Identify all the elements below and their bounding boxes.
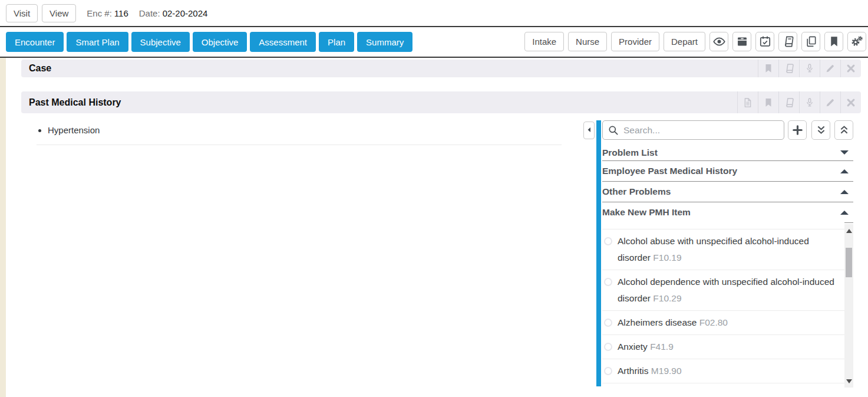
pencil-icon[interactable] <box>820 91 840 113</box>
caret-down-icon <box>840 150 849 155</box>
pmh-section-actions <box>737 91 861 113</box>
scroll-down-arrow-icon[interactable] <box>844 377 853 385</box>
calendar-button[interactable] <box>755 32 774 51</box>
add-problem-button[interactable] <box>788 120 807 140</box>
scrollbar-thumb[interactable] <box>846 248 852 277</box>
pmh-title: Past Medical History <box>21 97 121 108</box>
tab-plan[interactable]: Plan <box>319 32 354 52</box>
option-code: F02.80 <box>699 317 728 327</box>
settings-button[interactable] <box>847 32 866 51</box>
caret-up-icon <box>840 211 849 215</box>
microphone-icon[interactable] <box>799 91 820 113</box>
caret-up-icon <box>840 169 849 173</box>
radio-icon[interactable] <box>604 367 612 375</box>
case-section-header: Case <box>21 60 861 77</box>
view-button[interactable]: View <box>42 4 76 22</box>
panel-divider-bar[interactable] <box>596 120 601 386</box>
case-section-actions <box>758 60 861 77</box>
radio-icon[interactable] <box>604 237 612 245</box>
list-item-anxiety[interactable]: Anxiety F41.9 <box>602 335 844 359</box>
pmh-section-header: Past Medical History <box>21 91 861 113</box>
option-code: M19.90 <box>651 366 682 376</box>
pmh-entry-hypertension[interactable]: Hypertension <box>48 124 562 136</box>
option-name: Alcohol abuse with unspecified alcohol-i… <box>618 236 809 263</box>
date-label: Date: <box>139 8 160 18</box>
toolbar: Encounter Smart Plan Subjective Objectiv… <box>0 27 868 58</box>
double-chevron-up-icon <box>839 124 850 136</box>
section-tabs: Encounter Smart Plan Subjective Objectiv… <box>6 32 412 52</box>
main-area: Case Past Medical History <box>0 58 868 397</box>
radio-icon[interactable] <box>604 319 612 327</box>
double-chevron-down-icon <box>816 124 827 136</box>
tab-smart-plan[interactable]: Smart Plan <box>67 32 128 52</box>
archive-box-icon <box>736 35 748 48</box>
nurse-button[interactable]: Nurse <box>568 32 607 51</box>
pmh-item-list: Hypertension <box>37 124 562 145</box>
tab-encounter[interactable]: Encounter <box>6 32 64 52</box>
bookmark-button[interactable] <box>824 32 843 51</box>
tab-objective[interactable]: Objective <box>193 32 247 52</box>
list-item-arthritis[interactable]: Arthritis M19.90 <box>602 359 844 383</box>
visit-button[interactable]: Visit <box>6 4 38 22</box>
list-item-alcohol-abuse[interactable]: Alcohol abuse with unspecified alcohol-i… <box>602 229 844 270</box>
tab-assessment[interactable]: Assessment <box>250 32 316 52</box>
enc-value: 116 <box>114 8 128 18</box>
bookmark-icon <box>828 35 840 48</box>
option-code: F10.29 <box>653 293 681 303</box>
panel-search <box>602 120 784 140</box>
intake-button[interactable]: Intake <box>524 32 564 51</box>
book-icon <box>782 35 794 48</box>
panel-groups: Problem List Employee Past Medical Histo… <box>602 145 853 223</box>
book-icon[interactable] <box>778 60 799 77</box>
bookmark-icon[interactable] <box>758 60 778 77</box>
ehr-encounter-screen: Visit View Enc #:116 Date:02-20-2024 Enc… <box>0 0 868 397</box>
pencil-icon[interactable] <box>820 60 840 77</box>
collapse-all-button[interactable] <box>834 120 853 140</box>
archive-button[interactable] <box>732 32 751 51</box>
book-icon[interactable] <box>778 91 799 113</box>
document-icon[interactable] <box>737 91 758 113</box>
caret-up-icon <box>840 190 849 194</box>
radio-icon[interactable] <box>604 343 612 351</box>
ledger-button[interactable] <box>778 32 797 51</box>
tab-subjective[interactable]: Subjective <box>131 32 190 52</box>
list-scrollbar[interactable] <box>844 224 853 388</box>
chevron-left-icon <box>586 126 593 135</box>
plus-icon <box>792 124 803 136</box>
close-x-icon[interactable] <box>840 91 861 113</box>
group-employee-pmh[interactable]: Employee Past Medical History <box>602 161 853 182</box>
option-code: F41.9 <box>650 342 674 352</box>
copy-button[interactable] <box>801 32 820 51</box>
close-x-icon[interactable] <box>840 60 861 77</box>
bookmark-icon[interactable] <box>758 91 778 113</box>
panel-collapse-button[interactable] <box>583 122 595 139</box>
depart-button[interactable]: Depart <box>664 32 705 51</box>
option-name: Alcohol dependence with unspecified alco… <box>618 277 834 303</box>
option-name: Anxiety <box>618 342 648 352</box>
group-label: Make New PMH Item <box>602 207 691 218</box>
encounter-number: Enc #:116 <box>87 8 128 18</box>
tab-summary[interactable]: Summary <box>357 32 412 52</box>
date-value: 02-20-2024 <box>163 8 208 18</box>
encounter-date: Date:02-20-2024 <box>139 8 208 18</box>
microphone-icon[interactable] <box>799 60 820 77</box>
top-bar: Visit View Enc #:116 Date:02-20-2024 <box>0 0 868 27</box>
case-title: Case <box>21 63 51 74</box>
search-input[interactable] <box>602 120 784 140</box>
list-item-aids[interactable]: AIDS B20 <box>602 222 844 229</box>
group-problem-list[interactable]: Problem List <box>602 145 853 161</box>
eye-button[interactable] <box>709 32 728 51</box>
group-other-problems[interactable]: Other Problems <box>602 182 853 202</box>
radio-icon[interactable] <box>604 278 612 286</box>
provider-button[interactable]: Provider <box>611 32 659 51</box>
group-make-new-pmh[interactable]: Make New PMH Item <box>602 202 853 223</box>
left-margin-strip <box>0 58 6 397</box>
option-name: Arthritis <box>618 366 649 376</box>
scroll-up-arrow-icon[interactable] <box>844 227 853 235</box>
list-item-alzheimers[interactable]: Alzheimers disease F02.80 <box>602 311 844 335</box>
list-item-alcohol-dependence[interactable]: Alcohol dependence with unspecified alco… <box>602 270 844 311</box>
pmh-options-list: AIDS B20 Alcohol abuse with unspecified … <box>602 222 844 388</box>
calendar-check-icon <box>759 35 771 48</box>
expand-all-button[interactable] <box>811 120 830 140</box>
eye-icon <box>713 35 725 48</box>
